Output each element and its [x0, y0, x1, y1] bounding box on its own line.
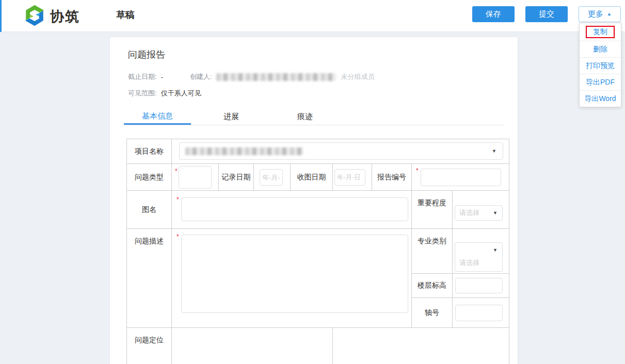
redacted-project-name [185, 147, 303, 155]
drawing-name-textarea[interactable] [181, 197, 408, 221]
project-name-label: 项目名称 [127, 139, 172, 164]
app-logo-icon [24, 5, 45, 28]
category-cell: ▼ 请选择 [453, 229, 509, 274]
more-menu: 复制 删除 打印预览 导出PDF 导出Word [579, 23, 621, 107]
issue-form-table: 项目名称 ▼ 问题类型 * 记录日期 收图日期 [126, 139, 509, 364]
project-name-cell: ▼ [172, 139, 509, 164]
location-cell-left [172, 328, 333, 364]
record-date-input[interactable] [260, 169, 283, 186]
drawing-name-label: 图名 [127, 191, 172, 229]
redacted-creator-name [216, 73, 336, 81]
category-select[interactable]: ▼ 请选择 [455, 242, 503, 272]
report-card: 问题报告 截止日期: - 创建人: 未分组成员 可见范围: 仅干系人可见 基本信… [110, 37, 518, 364]
floor-label: 楼层标高 [412, 274, 453, 298]
report-meta-row-1: 截止日期: - 创建人: 未分组成员 [128, 72, 504, 81]
importance-cell: 请选择 ▼ [453, 191, 509, 229]
save-button[interactable]: 保存 [472, 6, 515, 22]
app-logo-text: 协筑 [50, 7, 80, 26]
tab-traces[interactable]: 痕迹 [271, 109, 339, 125]
axis-input[interactable] [455, 305, 503, 321]
category-label: 专业类别 [412, 229, 453, 274]
page: 协筑 草稿 保存 提交 更多 ▲ 复制 删除 打印预览 导出PDF 导出Word… [0, 0, 625, 364]
receive-date-label: 收图日期 [291, 164, 333, 191]
header-actions: 保存 提交 更多 ▲ [472, 6, 621, 22]
location-cell-right [333, 328, 509, 364]
report-no-label: 报告编号 [372, 164, 412, 191]
required-marker: * [175, 168, 178, 175]
visibility-label: 可见范围: [128, 89, 157, 98]
location-label: 问题定位 [127, 328, 172, 364]
more-button-label: 更多 [588, 9, 603, 19]
floor-cell [453, 274, 509, 298]
record-date-cell [254, 164, 291, 191]
floor-input[interactable] [455, 278, 503, 293]
required-marker: * [177, 196, 179, 203]
chevron-down-icon: ▼ [493, 248, 498, 253]
menu-item-export-word[interactable]: 导出Word [580, 90, 621, 107]
document-status-title: 草稿 [116, 9, 135, 21]
tab-bar: 基本信息 进展 痕迹 [124, 109, 504, 125]
deadline-value: - [161, 73, 163, 81]
description-textarea[interactable] [181, 235, 408, 313]
issue-type-cell: * [172, 164, 219, 191]
menu-item-print-preview[interactable]: 打印预览 [580, 57, 621, 74]
report-no-input[interactable] [421, 169, 501, 186]
deadline-label: 截止日期: [128, 72, 157, 81]
issue-type-label: 问题类型 [127, 164, 172, 191]
drawing-name-cell: * [172, 191, 412, 229]
more-button[interactable]: 更多 ▲ [579, 6, 621, 22]
report-no-cell: * [412, 164, 509, 191]
highlight-box: 复制 [586, 26, 615, 38]
importance-placeholder: 请选择 [459, 208, 479, 218]
submit-button[interactable]: 提交 [525, 6, 568, 22]
page-title: 问题报告 [128, 48, 504, 61]
visibility-value: 仅干系人可见 [161, 89, 201, 98]
menu-item-delete[interactable]: 删除 [580, 41, 621, 57]
required-marker: * [177, 233, 179, 240]
creator-group: 未分组成员 [341, 72, 375, 81]
description-label: 问题描述 [127, 229, 172, 328]
tab-basic-info[interactable]: 基本信息 [124, 109, 191, 125]
creator-label: 创建人: [190, 72, 212, 81]
importance-label: 重要程度 [412, 191, 453, 229]
report-meta-row-2: 可见范围: 仅干系人可见 [128, 89, 504, 98]
category-placeholder: 请选择 [459, 258, 479, 268]
menu-item-copy[interactable]: 复制 [580, 23, 621, 41]
tab-progress[interactable]: 进展 [198, 109, 265, 125]
receive-date-cell [333, 164, 372, 191]
axis-label: 轴号 [412, 298, 453, 328]
chevron-down-icon: ▼ [493, 211, 498, 216]
app-logo[interactable]: 协筑 [24, 5, 80, 28]
axis-cell [453, 298, 509, 328]
record-date-label: 记录日期 [219, 164, 254, 191]
menu-item-copy-label: 复制 [593, 27, 607, 36]
issue-type-input[interactable] [179, 166, 212, 189]
description-cell: * [172, 229, 412, 328]
chevron-down-icon: ▼ [492, 149, 496, 154]
app-header: 协筑 草稿 保存 提交 更多 ▲ [0, 0, 625, 32]
chevron-up-icon: ▲ [607, 12, 612, 16]
required-marker: * [416, 167, 419, 174]
importance-select[interactable]: 请选择 ▼ [455, 205, 503, 221]
left-accent-strip [0, 0, 2, 32]
project-name-select[interactable]: ▼ [179, 142, 503, 160]
receive-date-input[interactable] [334, 169, 365, 186]
menu-item-export-pdf[interactable]: 导出PDF [580, 74, 621, 90]
